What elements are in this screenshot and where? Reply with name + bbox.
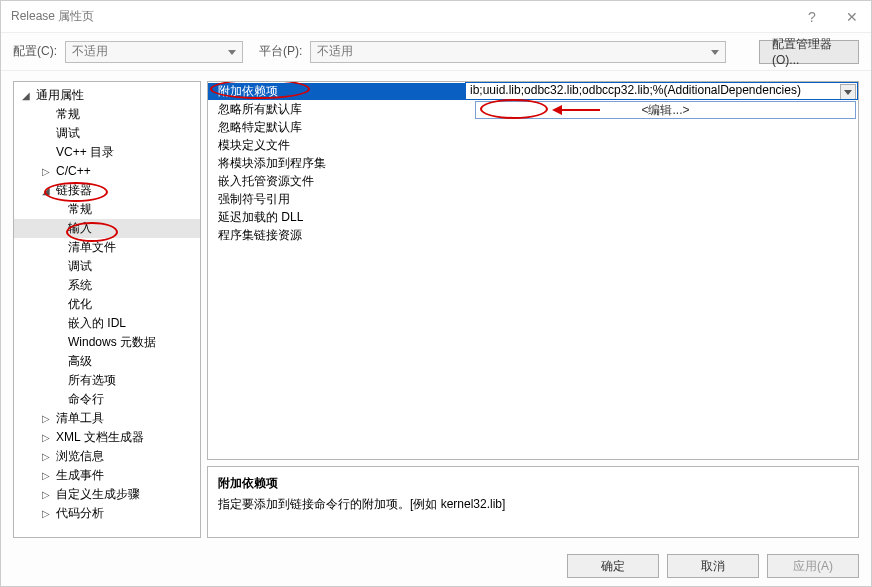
edit-option[interactable]: <编辑...>	[475, 101, 856, 119]
config-label: 配置(C):	[13, 43, 57, 60]
titlebar: Release 属性页 ? ✕	[1, 1, 871, 33]
tree-node-linker-optim[interactable]: 优化	[14, 295, 200, 314]
cancel-button[interactable]: 取消	[667, 554, 759, 578]
grid-row[interactable]: 延迟加载的 DLL	[208, 208, 858, 226]
grid-row[interactable]: 将模块添加到程序集	[208, 154, 858, 172]
tree-expander-icon[interactable]: ◢	[20, 86, 32, 105]
tree-node-linker-system[interactable]: 系统	[14, 276, 200, 295]
tree-node-linker-general[interactable]: 常规	[14, 200, 200, 219]
grid-row-additional-deps[interactable]: 附加依赖项 ib;uuid.lib;odbc32.lib;odbccp32.li…	[208, 82, 858, 100]
right-panel: 附加依赖项 ib;uuid.lib;odbc32.lib;odbccp32.li…	[207, 81, 859, 538]
tree-node-general[interactable]: 常规	[14, 105, 200, 124]
tree-expander-icon[interactable]: ◢	[40, 181, 52, 200]
grid-row[interactable]: 嵌入托管资源文件	[208, 172, 858, 190]
tree-expander-icon[interactable]: ▷	[40, 428, 52, 447]
tree-node-xmldoc[interactable]: ▷XML 文档生成器	[14, 428, 200, 447]
tree-expander-icon[interactable]: ▷	[40, 504, 52, 523]
grid-row[interactable]: 模块定义文件	[208, 136, 858, 154]
tree-node-linker[interactable]: ◢链接器 常规 输入 清单文件 调试 系统 优化 嵌入的 IDL Window	[14, 181, 200, 409]
tree-node-linker-idl[interactable]: 嵌入的 IDL	[14, 314, 200, 333]
tree-expander-icon[interactable]: ▷	[40, 162, 52, 181]
platform-combobox-value: 不适用	[317, 43, 353, 60]
tree-node-linker-cmdline[interactable]: 命令行	[14, 390, 200, 409]
tree-expander-icon[interactable]: ▷	[40, 409, 52, 428]
help-icon[interactable]: ?	[803, 10, 821, 24]
tree-node-linker-advanced[interactable]: 高级	[14, 352, 200, 371]
tree-node-common[interactable]: ◢通用属性 常规 调试 VC++ 目录 ▷C/C++ ◢链接器 常规 输入	[14, 86, 200, 523]
tree-expander-icon[interactable]: ▷	[40, 485, 52, 504]
tree-node-ccpp[interactable]: ▷C/C++	[14, 162, 200, 181]
grid-row[interactable]: 强制符号引用	[208, 190, 858, 208]
tree-expander-icon[interactable]: ▷	[40, 447, 52, 466]
dialog-footer: 确定 取消 应用(A)	[1, 546, 871, 586]
close-icon[interactable]: ✕	[843, 10, 861, 24]
dialog-body: ◢通用属性 常规 调试 VC++ 目录 ▷C/C++ ◢链接器 常规 输入	[1, 71, 871, 546]
tree-node-manifest-tool[interactable]: ▷清单工具	[14, 409, 200, 428]
tree-expander-icon[interactable]: ▷	[40, 466, 52, 485]
apply-button[interactable]: 应用(A)	[767, 554, 859, 578]
tree-node-browse[interactable]: ▷浏览信息	[14, 447, 200, 466]
config-combobox-value: 不适用	[72, 43, 108, 60]
configuration-bar: 配置(C): 不适用 平台(P): 不适用 配置管理器(O)...	[1, 33, 871, 71]
tree-node-linker-manifest[interactable]: 清单文件	[14, 238, 200, 257]
grid-row[interactable]: 忽略特定默认库	[208, 118, 858, 136]
grid-value-additional-deps[interactable]: ib;uuid.lib;odbc32.lib;odbccp32.lib;%(Ad…	[465, 82, 858, 100]
window-system-buttons: ? ✕	[803, 10, 861, 24]
tree-node-codeanalysis[interactable]: ▷代码分析	[14, 504, 200, 523]
configuration-manager-button[interactable]: 配置管理器(O)...	[759, 40, 859, 64]
config-combobox[interactable]: 不适用	[65, 41, 243, 63]
tree-node-debug[interactable]: 调试	[14, 124, 200, 143]
platform-combobox[interactable]: 不适用	[310, 41, 726, 63]
tree-node-linker-all[interactable]: 所有选项	[14, 371, 200, 390]
description-body: 指定要添加到链接命令行的附加项。[例如 kernel32.lib]	[218, 496, 848, 513]
grid-row[interactable]: 程序集链接资源	[208, 226, 858, 244]
tree-node-custombuild[interactable]: ▷自定义生成步骤	[14, 485, 200, 504]
platform-label: 平台(P):	[259, 43, 302, 60]
window-title: Release 属性页	[11, 8, 803, 25]
tree-node-linker-winmd[interactable]: Windows 元数据	[14, 333, 200, 352]
category-tree[interactable]: ◢通用属性 常规 调试 VC++ 目录 ▷C/C++ ◢链接器 常规 输入	[13, 81, 201, 538]
tree-node-linker-input[interactable]: 输入	[14, 219, 200, 238]
property-page-window: Release 属性页 ? ✕ 配置(C): 不适用 平台(P): 不适用 配置…	[0, 0, 872, 587]
ok-button[interactable]: 确定	[567, 554, 659, 578]
tree-node-buildevents[interactable]: ▷生成事件	[14, 466, 200, 485]
description-panel: 附加依赖项 指定要添加到链接命令行的附加项。[例如 kernel32.lib]	[207, 466, 859, 538]
dropdown-icon[interactable]	[840, 84, 856, 100]
property-grid[interactable]: 附加依赖项 ib;uuid.lib;odbc32.lib;odbccp32.li…	[207, 81, 859, 460]
description-heading: 附加依赖项	[218, 475, 848, 492]
tree-node-linker-debug[interactable]: 调试	[14, 257, 200, 276]
tree-node-vcdirs[interactable]: VC++ 目录	[14, 143, 200, 162]
